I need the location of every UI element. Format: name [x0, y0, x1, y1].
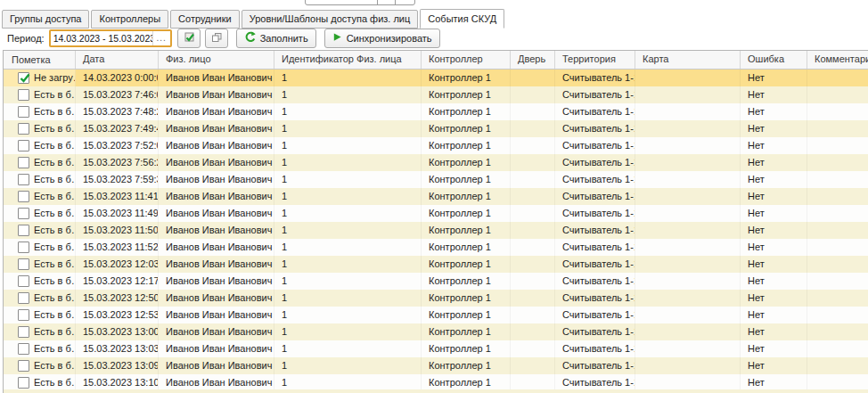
- cell-mark[interactable]: Есть в б…: [4, 239, 76, 256]
- cell-card[interactable]: [635, 154, 741, 171]
- cell-error[interactable]: Нет: [741, 239, 807, 256]
- cell-door[interactable]: [511, 205, 555, 222]
- cell-person-id[interactable]: 1: [274, 154, 422, 171]
- cell-card[interactable]: [635, 120, 741, 137]
- column-header-territory[interactable]: Территория: [555, 51, 635, 69]
- table-row[interactable]: Есть в б…15.03.2023 7:59:33Иванов Иван И…: [4, 171, 868, 188]
- cell-date[interactable]: 15.03.2023 13:10:29: [76, 374, 159, 389]
- cell-mark[interactable]: Есть в б…: [4, 171, 76, 188]
- cell-comment[interactable]: [807, 374, 868, 389]
- cell-controller[interactable]: Контроллер 1: [422, 357, 511, 374]
- cell-comment[interactable]: [807, 86, 868, 103]
- cell-comment[interactable]: [807, 120, 868, 137]
- tab-controllers[interactable]: Контроллеры: [91, 10, 168, 29]
- cell-date[interactable]: 15.03.2023 12:03:19: [76, 256, 159, 273]
- row-checkbox[interactable]: [18, 89, 29, 101]
- cell-date[interactable]: 14.03.2023 0:00:00: [76, 70, 159, 86]
- column-header-comment[interactable]: Комментарий: [807, 51, 868, 69]
- cell-territory[interactable]: Считыватель 1-1: [555, 374, 635, 389]
- cell-error[interactable]: Нет: [741, 103, 807, 120]
- cell-mark[interactable]: Есть в б…: [4, 222, 76, 239]
- cell-person[interactable]: Иванов Иван Иванович: [159, 154, 274, 171]
- cell-comment[interactable]: [807, 290, 868, 307]
- cell-door[interactable]: [511, 357, 555, 374]
- cell-card[interactable]: [635, 307, 741, 323]
- row-checkbox[interactable]: [18, 326, 29, 338]
- cell-error[interactable]: Нет: [741, 273, 807, 290]
- cell-door[interactable]: [511, 188, 555, 205]
- cell-territory[interactable]: Считыватель 1-1: [555, 120, 635, 137]
- cell-date[interactable]: 15.03.2023 11:49:08: [76, 205, 159, 222]
- table-row[interactable]: Есть в б…15.03.2023 7:49:47Иванов Иван И…: [4, 120, 868, 137]
- cell-comment[interactable]: [807, 171, 868, 188]
- column-header-mark[interactable]: Пометка: [4, 51, 76, 69]
- cell-comment[interactable]: [807, 103, 868, 120]
- cell-error[interactable]: Нет: [741, 374, 807, 389]
- cell-date[interactable]: 15.03.2023 7:52:03: [76, 137, 159, 154]
- cell-error[interactable]: Нет: [741, 205, 807, 222]
- cell-person[interactable]: Иванов Иван Иванович: [159, 307, 274, 323]
- cell-controller[interactable]: Контроллер 1: [422, 256, 511, 273]
- row-checkbox[interactable]: [18, 309, 29, 321]
- column-header-person[interactable]: Физ. лицо: [159, 51, 274, 69]
- cell-person[interactable]: Иванов Иван Иванович: [159, 256, 274, 273]
- row-checkbox[interactable]: [18, 377, 29, 389]
- cell-date[interactable]: 15.03.2023 11:50:23: [76, 222, 159, 239]
- cell-person-id[interactable]: 1: [274, 205, 422, 222]
- cell-card[interactable]: [635, 256, 741, 273]
- table-row[interactable]: Есть в б…15.03.2023 11:50:23Иванов Иван …: [4, 222, 868, 239]
- cell-door[interactable]: [511, 290, 555, 307]
- table-row[interactable]: Есть в б…15.03.2023 13:00:12Иванов Иван …: [4, 323, 868, 340]
- cell-controller[interactable]: Контроллер 1: [422, 239, 511, 256]
- table-row[interactable]: Есть в б…15.03.2023 7:48:27Иванов Иван И…: [4, 103, 868, 120]
- cell-door[interactable]: [511, 137, 555, 154]
- cell-person[interactable]: Иванов Иван Иванович: [159, 340, 274, 357]
- row-checkbox[interactable]: [18, 208, 29, 219]
- cell-person-id[interactable]: 1: [274, 239, 422, 256]
- cell-door[interactable]: [511, 171, 555, 188]
- cell-card[interactable]: [635, 171, 741, 188]
- row-checkbox[interactable]: [18, 258, 29, 270]
- cell-door[interactable]: [511, 323, 555, 340]
- set-marks-button[interactable]: [177, 29, 201, 48]
- cell-person-id[interactable]: 1: [274, 340, 422, 357]
- cell-person-id[interactable]: 1: [274, 137, 422, 154]
- cell-door[interactable]: [511, 307, 555, 323]
- cell-comment[interactable]: [807, 323, 868, 340]
- cell-comment[interactable]: [807, 273, 868, 290]
- cell-mark[interactable]: Есть в б…: [4, 86, 76, 103]
- cell-person[interactable]: Иванов Иван Иванович: [159, 290, 274, 307]
- cell-comment[interactable]: [807, 222, 868, 239]
- cell-card[interactable]: [635, 188, 741, 205]
- cell-person[interactable]: Иванов Иван Иванович: [159, 188, 274, 205]
- cell-controller[interactable]: Контроллер 1: [422, 222, 511, 239]
- cell-date[interactable]: 15.03.2023 12:17:39: [76, 273, 159, 290]
- cell-comment[interactable]: [807, 188, 868, 205]
- cell-mark[interactable]: Есть в б…: [4, 340, 76, 357]
- table-row[interactable]: Есть в б…15.03.2023 11:49:08Иванов Иван …: [4, 205, 868, 222]
- cell-person-id[interactable]: 1: [274, 307, 422, 323]
- cell-person[interactable]: Иванов Иван Иванович: [159, 137, 274, 154]
- row-checkbox-checked[interactable]: [18, 72, 29, 84]
- cell-person[interactable]: Иванов Иван Иванович: [159, 86, 274, 103]
- tab-employees[interactable]: Сотрудники: [170, 10, 240, 29]
- cell-mark[interactable]: Есть в б…: [4, 273, 76, 290]
- cell-comment[interactable]: [807, 137, 868, 154]
- cell-comment[interactable]: [807, 357, 868, 374]
- cell-territory[interactable]: Считыватель 1-1: [555, 222, 635, 239]
- cell-territory[interactable]: Считыватель 1-1: [555, 307, 635, 323]
- cell-person-id[interactable]: 1: [274, 188, 422, 205]
- cell-door[interactable]: [511, 374, 555, 389]
- cell-mark[interactable]: Не загру…: [4, 70, 76, 86]
- cell-person-id[interactable]: 1: [274, 70, 422, 86]
- cell-person[interactable]: Иванов Иван Иванович: [159, 357, 274, 374]
- cell-person-id[interactable]: 1: [274, 357, 422, 374]
- cell-door[interactable]: [511, 70, 555, 86]
- cell-error[interactable]: Нет: [741, 290, 807, 307]
- cell-error[interactable]: Нет: [741, 340, 807, 357]
- cell-person[interactable]: Иванов Иван Иванович: [159, 205, 274, 222]
- cell-card[interactable]: [635, 103, 741, 120]
- table-row[interactable]: Есть в б…15.03.2023 12:50:42Иванов Иван …: [4, 290, 868, 307]
- column-header-error[interactable]: Ошибка: [741, 51, 807, 69]
- cell-person-id[interactable]: 1: [274, 256, 422, 273]
